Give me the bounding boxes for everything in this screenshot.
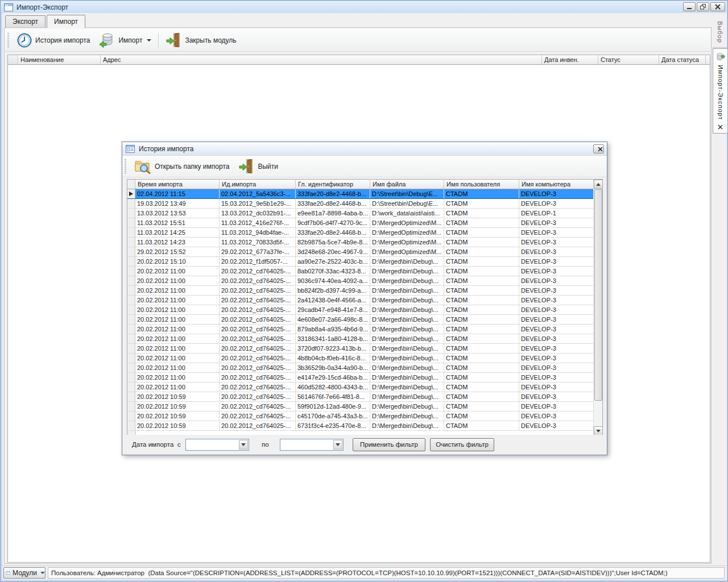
history-cell[interactable]: DEVELOP-3	[519, 373, 594, 382]
filter-to-combo[interactable]	[280, 439, 344, 451]
apply-filter-button[interactable]: Применить фильтр	[353, 438, 425, 451]
history-row[interactable]: 02.04.2012 11:1502.04.2012_5a5436c3-...3…	[127, 189, 594, 199]
filter-from-combo[interactable]	[185, 439, 249, 451]
history-cell[interactable]: 20.02.2012 10:59	[135, 411, 220, 421]
tab-import-export[interactable]: Импорт-Экспорт	[713, 48, 727, 134]
history-cell[interactable]: 20.02.2012_cd764025-...	[220, 383, 296, 392]
scroll-down-button[interactable]	[594, 426, 603, 435]
history-cell[interactable]: DEVELOP-3	[519, 411, 594, 421]
history-row[interactable]: 11.03.2012 14:2511.03.2012_94db4fae-...3…	[127, 228, 594, 238]
history-cell[interactable]: DEVELOP-3	[519, 189, 594, 198]
history-cell[interactable]: D:\Street\bin\Debug\E...	[370, 199, 444, 208]
history-cell[interactable]: e4147e29-15cd-46ba-b...	[296, 373, 370, 382]
column-header[interactable]: Гл. идентификатор	[296, 180, 370, 189]
history-cell[interactable]: 13.03.2012 13:53	[135, 209, 220, 218]
history-cell[interactable]: c45170de-a745-43a3-b...	[296, 411, 370, 421]
history-row[interactable]: 20.02.2012 11:0020.02.2012_cd764025-...8…	[127, 325, 594, 334]
history-cell[interactable]: D:\MergedOptimized\M...	[370, 218, 444, 227]
history-cell[interactable]: DEVELOP-3	[519, 276, 594, 285]
history-cell[interactable]: CTADM	[444, 373, 519, 382]
history-cell[interactable]: D:\Merged\bin\Debug\...	[370, 373, 444, 382]
history-cell[interactable]: 20.02.2012_cd764025-...	[220, 373, 296, 382]
history-cell[interactable]: 8ab0270f-33ac-4323-8...	[296, 267, 370, 276]
history-cell[interactable]: CTADM	[444, 363, 519, 372]
history-cell[interactable]: 20.02.2012 11:00	[135, 325, 220, 334]
exit-button[interactable]: Выйти	[234, 156, 283, 176]
history-cell[interactable]: CTADM	[444, 383, 519, 392]
history-row[interactable]: 20.02.2012 11:0020.02.2012_cd764025-...2…	[127, 305, 594, 315]
history-cell[interactable]: 20.02.2012 15:10	[135, 257, 220, 266]
history-cell[interactable]: DEVELOP-3	[519, 296, 594, 305]
history-cell[interactable]: DEVELOP-1	[519, 209, 594, 218]
history-cell[interactable]: 9036c974-40ea-4092-a...	[296, 276, 370, 285]
history-row[interactable]: 20.02.2012 11:0020.02.2012_cd764025-...3…	[127, 334, 594, 344]
vertical-scrollbar[interactable]	[593, 180, 602, 435]
history-cell[interactable]: 82b9875a-5ce7-4b9e-8...	[296, 238, 370, 247]
history-cell[interactable]: 879ab8a4-a935-4b6d-9...	[296, 325, 370, 334]
history-cell[interactable]: 20.02.2012 11:00	[135, 286, 220, 295]
history-cell[interactable]: 20.02.2012_cd764025-...	[220, 334, 296, 343]
history-cell[interactable]: CTADM	[444, 267, 519, 276]
history-cell[interactable]: DEVELOP-3	[519, 383, 594, 392]
history-cell[interactable]: DEVELOP-3	[519, 363, 594, 372]
history-cell[interactable]: DEVELOP-3	[519, 238, 594, 247]
history-row[interactable]: 19.03.2012 13:4915.03.2012_9e5b1e29-...3…	[127, 199, 594, 209]
history-cell[interactable]: D:\Merged\bin\Debug\...	[370, 383, 444, 392]
history-cell[interactable]: 20.02.2012_cd764025-...	[220, 276, 296, 285]
column-header[interactable]: Ид.импорта	[220, 180, 296, 189]
history-cell[interactable]: CTADM	[444, 276, 519, 285]
history-cell[interactable]: 3b36529b-0a34-4a90-b...	[296, 363, 370, 372]
column-header[interactable]: Адрес	[101, 55, 542, 64]
history-cell[interactable]: 20.02.2012_cd764025-...	[220, 315, 296, 324]
history-cell[interactable]: D:\work_data\aisti\aisti...	[370, 209, 444, 218]
history-cell[interactable]: D:\Merged\bin\Debug\...	[370, 354, 444, 363]
history-cell[interactable]: DEVELOP-3	[519, 334, 594, 343]
history-cell[interactable]: 9cdf7b06-d4f7-4270-9c...	[296, 218, 370, 227]
history-cell[interactable]: CTADM	[444, 334, 519, 343]
column-header[interactable]: Дата статуса	[659, 55, 706, 64]
history-row[interactable]: 20.02.2012 11:0020.02.2012_cd764025-...2…	[127, 296, 594, 305]
history-cell[interactable]: D:\Street\bin\Debug\E...	[370, 189, 444, 198]
window-titlebar[interactable]: Импорт-Экспорт	[1, 1, 727, 13]
history-cell[interactable]: CTADM	[444, 257, 519, 266]
filter-to-dropdown-icon[interactable]	[333, 440, 342, 450]
history-cell[interactable]: DEVELOP-3	[519, 305, 594, 314]
history-cell[interactable]: 20.02.2012_cd764025-...	[220, 392, 296, 401]
history-row[interactable]: 20.02.2012 11:0020.02.2012_cd764025-...4…	[127, 383, 594, 392]
history-cell[interactable]: D:\MergedOptimized\M...	[370, 247, 444, 256]
close-button[interactable]	[710, 2, 725, 11]
history-cell[interactable]: 5614676f-7e66-4f81-8...	[296, 392, 370, 401]
history-row[interactable]: 20.02.2012 11:0020.02.2012_cd764025-...4…	[127, 354, 594, 363]
history-cell[interactable]: D:\Merged\bin\Debug\...	[370, 296, 444, 305]
history-cell[interactable]: DEVELOP-3	[519, 228, 594, 237]
history-cell[interactable]: 20.02.2012 10:59	[135, 402, 220, 411]
history-cell[interactable]: 20.02.2012 11:00	[135, 354, 220, 363]
history-row[interactable]: 20.02.2012 11:0020.02.2012_cd764025-...4…	[127, 315, 594, 325]
history-cell[interactable]: 20.02.2012_cd764025-...	[220, 286, 296, 295]
tab-export[interactable]: Экспорт	[5, 15, 46, 27]
history-cell[interactable]: DEVELOP-3	[519, 257, 594, 266]
history-cell[interactable]: 20.02.2012 11:00	[135, 383, 220, 392]
history-cell[interactable]: 29.02.2012 15:52	[135, 247, 220, 256]
history-cell[interactable]: 20.02.2012_cd764025-...	[220, 411, 296, 421]
history-cell[interactable]: 11.03.2012_416e276f-...	[220, 218, 296, 227]
history-row[interactable]: 20.02.2012 11:0020.02.2012_cd764025-...3…	[127, 344, 594, 354]
history-row[interactable]: 20.02.2012 11:0020.02.2012_cd764025-...3…	[127, 363, 594, 373]
history-cell[interactable]: CTADM	[444, 218, 519, 227]
history-cell[interactable]: CTADM	[444, 199, 519, 208]
history-cell[interactable]: D:\Merged\bin\Debug\...	[370, 402, 444, 411]
history-cell[interactable]: DEVELOP-3	[519, 315, 594, 324]
history-cell[interactable]: 20.02.2012_cd764025-...	[220, 325, 296, 334]
history-cell[interactable]: 4b8b04cb-f0eb-416c-8...	[296, 354, 370, 363]
scroll-up-button[interactable]	[594, 180, 603, 189]
column-header[interactable]: Наименование	[18, 55, 101, 64]
history-cell[interactable]: e9ee81a7-8898-4aba-b...	[296, 209, 370, 218]
history-cell[interactable]: 2a412438-0e4f-4566-a...	[296, 296, 370, 305]
history-cell[interactable]: 29cadb47-e948-41e7-8...	[296, 305, 370, 314]
history-cell[interactable]: 20.02.2012 10:59	[135, 392, 220, 401]
history-cell[interactable]: DEVELOP-3	[519, 325, 594, 334]
history-cell[interactable]: D:\Merged\bin\Debug\...	[370, 305, 444, 314]
history-row[interactable]: 20.02.2012 10:5920.02.2012_cd764025-...6…	[127, 421, 594, 431]
history-row[interactable]: 20.02.2012 10:5920.02.2012_cd764025-...5…	[127, 402, 594, 411]
history-cell[interactable]: 59f9012d-12ad-480e-9...	[296, 402, 370, 411]
